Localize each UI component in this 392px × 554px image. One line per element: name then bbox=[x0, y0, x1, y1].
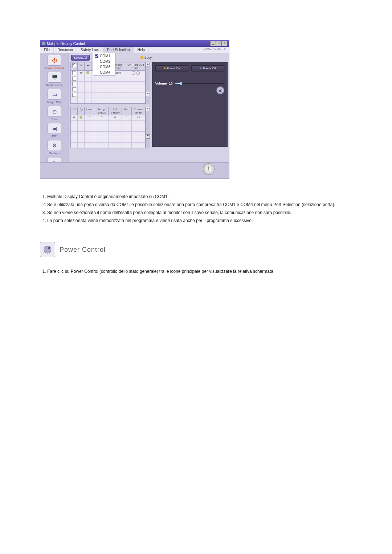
power-status-icon bbox=[79, 116, 82, 119]
volume-value: 10 bbox=[169, 82, 173, 85]
port-selection-dropdown: COM1 COM2 COM3 COM4 bbox=[93, 53, 115, 75]
status-table: ID ⏻ Lamp Temp. Status B/R Sensor Fan Cu… bbox=[70, 107, 146, 148]
volume-knob[interactable] bbox=[180, 82, 182, 85]
svg-point-2 bbox=[48, 247, 50, 249]
sidebar-item-input-source[interactable]: 🖥️ Input Source bbox=[42, 72, 67, 87]
scroll-down-icon[interactable]: ▼ bbox=[146, 134, 150, 139]
port-option-com1[interactable]: COM1 bbox=[93, 53, 115, 59]
menu-remocon[interactable]: Remocon bbox=[54, 47, 77, 53]
menu-port-selection[interactable]: Port Selection bbox=[103, 47, 134, 53]
list-item: Se è utilizzata una porta diversa da COM… bbox=[47, 201, 352, 208]
sidebar-item-pip[interactable]: ▣ PIP bbox=[42, 123, 67, 138]
timer-on-icon bbox=[136, 71, 140, 75]
power-control-notes: Fare clic su Power Control (controllo de… bbox=[40, 268, 352, 275]
section-title: Power Control bbox=[60, 246, 106, 254]
size-icon: ▭ bbox=[48, 89, 61, 100]
minimize-button[interactable]: _ bbox=[210, 41, 216, 46]
menubar: File Remocon Safety Lock Port Selection … bbox=[40, 47, 229, 53]
section-heading: Power Control bbox=[40, 242, 352, 257]
scrollbar[interactable]: ▲ ▼ bbox=[146, 107, 150, 148]
scroll-down-icon[interactable]: ▼ bbox=[146, 92, 150, 96]
status-bar: ! bbox=[40, 162, 229, 178]
info-icon[interactable]: ! bbox=[203, 163, 215, 175]
select-all-button[interactable]: Select All bbox=[71, 55, 90, 61]
check-icon bbox=[95, 54, 98, 58]
power-status-icon bbox=[86, 71, 89, 74]
busy-indicator: Busy bbox=[140, 56, 152, 59]
port-option-com2[interactable]: COM2 bbox=[93, 59, 115, 64]
sidebar-item-time[interactable]: ◷ Time bbox=[42, 106, 67, 121]
speaker-icon[interactable]: ◀) bbox=[216, 86, 224, 94]
power-icon: ⏻ bbox=[48, 55, 61, 66]
list-item: Multiple Display Control è originariamen… bbox=[47, 193, 352, 200]
sidebar-item-power-control[interactable]: ⏻ Power Control bbox=[42, 55, 67, 70]
list-item: Fare clic su Power Control (controllo de… bbox=[47, 268, 352, 275]
led-off-icon bbox=[200, 67, 201, 69]
app-window: Multiple Display Control _ □ × File Remo… bbox=[40, 40, 229, 179]
table-row[interactable]: 0 0 0 0 1 49 bbox=[71, 115, 145, 121]
time-icon: ◷ bbox=[48, 106, 61, 117]
menu-help[interactable]: Help bbox=[134, 47, 149, 53]
list-item: La porta selezionata viene memorizzata n… bbox=[47, 217, 352, 224]
power-header-icon: ⏻ bbox=[85, 62, 91, 70]
header-checkbox[interactable] bbox=[72, 63, 76, 67]
scroll-up-icon[interactable]: ▲ bbox=[146, 62, 150, 66]
maximize-button[interactable]: □ bbox=[216, 41, 222, 46]
row-checkbox[interactable] bbox=[72, 71, 76, 75]
gear-icon: ⚙ bbox=[48, 140, 61, 151]
titlebar: Multiple Display Control _ □ × bbox=[40, 40, 229, 47]
menu-file[interactable]: File bbox=[40, 47, 54, 53]
sidebar-item-settings[interactable]: ⚙ Settings bbox=[42, 140, 67, 155]
brand-label: SAMSUNG DIGITall bbox=[204, 48, 226, 50]
volume-label: Volume bbox=[155, 82, 167, 85]
volume-slider[interactable] bbox=[175, 83, 224, 84]
power-control-icon bbox=[40, 242, 55, 257]
volume-control: Volume 10 bbox=[155, 82, 224, 85]
sidebar-item-image-size[interactable]: ▭ Image Size bbox=[42, 89, 67, 104]
busy-dot-icon bbox=[140, 56, 143, 59]
led-on-icon bbox=[164, 67, 166, 69]
list-item: Se non viene selezionata il nome dell'es… bbox=[47, 209, 352, 216]
input-icon: 🖥️ bbox=[48, 72, 61, 83]
port-option-com4[interactable]: COM4 bbox=[93, 70, 115, 75]
close-button[interactable]: × bbox=[222, 41, 228, 46]
scrollbar[interactable]: ▲ ▼ bbox=[146, 62, 150, 104]
app-title: Multiple Display Control bbox=[47, 42, 85, 46]
port-option-com3[interactable]: COM3 bbox=[93, 64, 115, 70]
sidebar: ⏻ Power Control 🖥️ Input Source ▭ Image … bbox=[40, 53, 69, 162]
app-icon bbox=[42, 42, 45, 45]
menu-safety-lock[interactable]: Safety Lock bbox=[77, 47, 103, 53]
svg-point-1 bbox=[44, 246, 51, 253]
power-off-button[interactable]: Power Off bbox=[191, 65, 224, 71]
timer-off-icon bbox=[132, 71, 135, 75]
scroll-up-icon[interactable]: ▲ bbox=[146, 107, 150, 111]
control-panel: Power On Power Off Volume 10 bbox=[152, 62, 228, 147]
port-selection-notes: Multiple Display Control è originariamen… bbox=[40, 193, 352, 224]
power-on-button[interactable]: Power On bbox=[155, 65, 188, 71]
pip-icon: ▣ bbox=[48, 123, 61, 134]
